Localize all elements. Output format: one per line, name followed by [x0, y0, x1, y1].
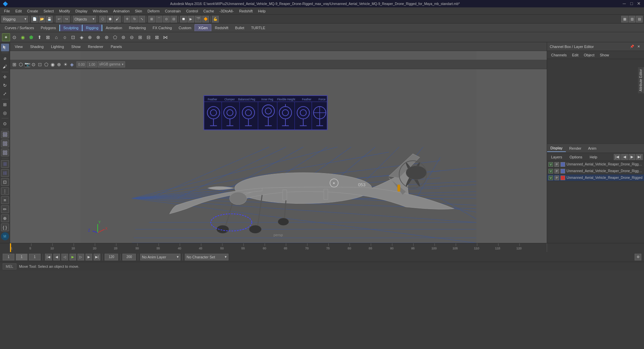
- ipr-render-button[interactable]: ▶: [187, 16, 194, 22]
- icon-btn-wrap[interactable]: ⊞: [136, 33, 144, 41]
- tab-help-layers[interactable]: Help: [587, 154, 600, 160]
- vp-shadow-btn[interactable]: ◈: [69, 61, 75, 67]
- close-button[interactable]: ✕: [637, 1, 641, 6]
- display-tab-anim[interactable]: Anim: [585, 145, 600, 152]
- icon-btn-ik[interactable]: ⋈: [161, 33, 169, 41]
- tab-sculpting[interactable]: Sculpting: [59, 24, 82, 31]
- mode-selector[interactable]: Rigging ▾: [1, 16, 28, 22]
- tab-polygons[interactable]: Polygons: [37, 24, 59, 31]
- layer-row[interactable]: V P Unmanned_Aerial_Vehicle_Reaper_Drone…: [547, 161, 644, 168]
- icon-btn-select[interactable]: ✦: [2, 33, 10, 41]
- snap-grid-button[interactable]: ⊞: [148, 16, 155, 22]
- layer-playback[interactable]: P: [554, 162, 559, 167]
- show-manips[interactable]: ⊙: [1, 120, 9, 128]
- layer-visibility[interactable]: V: [548, 176, 553, 180]
- vp-gamma-selector[interactable]: sRGB gamma ▾: [98, 61, 125, 67]
- tab-rigging[interactable]: Rigging: [82, 24, 102, 31]
- rotate-tool-button[interactable]: ↻: [131, 16, 138, 22]
- vp-light-btn[interactable]: ☀: [62, 61, 68, 67]
- snap-view-button[interactable]: ⊟: [170, 16, 177, 22]
- layout-tool2[interactable]: [1, 140, 9, 147]
- icon-btn-texture[interactable]: ◉: [19, 33, 27, 41]
- lasso-tool[interactable]: ⌀: [1, 54, 9, 62]
- layout-tool3[interactable]: [1, 149, 9, 156]
- icon-btn-deform[interactable]: ⬠: [111, 33, 119, 41]
- snap-curve-button[interactable]: ⌒: [156, 16, 162, 22]
- hypershade-button[interactable]: 🔶: [202, 16, 209, 22]
- muscle-button[interactable]: 💪: [212, 16, 219, 22]
- universal-manip[interactable]: ⊞: [1, 101, 9, 108]
- display-tab-display[interactable]: Display: [547, 145, 566, 152]
- layer-nav-first[interactable]: |◀: [614, 154, 621, 160]
- menu-constrain[interactable]: Constrain: [162, 8, 183, 14]
- paint-select-button[interactable]: 🖌: [114, 16, 121, 22]
- preferences-btn[interactable]: ⚙: [635, 254, 641, 260]
- tab-rendering[interactable]: Rendering: [125, 24, 149, 31]
- layer-row[interactable]: V P Unmanned_Aerial_Vehicle_Reaper_Drone…: [547, 168, 644, 174]
- icon-btn-cluster[interactable]: ⊜: [119, 33, 127, 41]
- maximize-button[interactable]: □: [629, 1, 634, 6]
- icon-btn-soft[interactable]: ⌽: [61, 33, 69, 41]
- blend-shape-btn[interactable]: ⊕: [1, 214, 9, 222]
- tab-fx-caching[interactable]: FX Caching: [149, 24, 175, 31]
- render-settings-button[interactable]: 🔲: [180, 16, 187, 22]
- layer-nav-last[interactable]: ▶|: [636, 154, 643, 160]
- menu-select[interactable]: Select: [41, 8, 57, 14]
- hypergraph-btn[interactable]: ⋮: [1, 187, 9, 195]
- icon-btn-sculpt[interactable]: ⊡: [69, 33, 77, 41]
- vp-snap-btn[interactable]: ⊙: [31, 61, 37, 67]
- vp-smooth-btn[interactable]: ◉: [50, 61, 56, 67]
- tab-bullet[interactable]: Bullet: [232, 24, 248, 31]
- transport-first[interactable]: |◀: [45, 254, 52, 260]
- select-mode-button[interactable]: ⬡: [99, 16, 106, 22]
- menu-edit[interactable]: Edit: [13, 8, 24, 14]
- icon-btn-move[interactable]: ⬆: [36, 33, 44, 41]
- channel-box-btn[interactable]: [1, 160, 9, 168]
- transport-prev-key[interactable]: ◀: [53, 254, 60, 260]
- tab-show[interactable]: Show: [597, 52, 612, 58]
- viewport-canvas[interactable]: ⊞ ⬡ 📷 ⊙ ⊡ ⬠ ◉ ⊕ ☀ ◈ 0.00 1.00 sRGB gamma…: [10, 51, 547, 243]
- vp-menu-lighting[interactable]: Lighting: [49, 44, 66, 49]
- icon-btn-groom[interactable]: ⬟: [27, 33, 35, 41]
- script-mode-indicator[interactable]: MEL: [3, 263, 16, 269]
- menu-file[interactable]: File: [1, 8, 13, 14]
- icon-btn-skin[interactable]: ⊠: [44, 33, 52, 41]
- vp-isolate-btn[interactable]: ⊡: [37, 61, 43, 67]
- tab-curves-surfaces[interactable]: Curves / Surfaces: [1, 24, 37, 31]
- save-scene-button[interactable]: 💾: [46, 16, 53, 22]
- snap-point-button[interactable]: ⊙: [163, 16, 170, 22]
- start-frame-input[interactable]: [3, 254, 14, 260]
- max-frame-input[interactable]: [122, 254, 136, 260]
- vp-texture-btn[interactable]: ⊕: [56, 61, 62, 67]
- menu-display[interactable]: Display: [73, 8, 90, 14]
- paint-tool[interactable]: 🖌: [1, 63, 9, 70]
- icon-btn-artisan[interactable]: ⊗: [94, 33, 102, 41]
- transport-next[interactable]: ▷: [77, 254, 84, 260]
- transport-last[interactable]: ▶|: [94, 254, 101, 260]
- vp-menu-show[interactable]: Show: [69, 44, 83, 49]
- display-tab-render[interactable]: Render: [566, 145, 585, 152]
- objects-selector[interactable]: Objects ▾: [73, 16, 96, 22]
- icon-btn-weights[interactable]: ⊛: [103, 33, 111, 41]
- layer-visibility[interactable]: V: [548, 162, 553, 167]
- new-scene-button[interactable]: 📄: [31, 16, 38, 22]
- layer-playback[interactable]: P: [554, 176, 559, 180]
- layer-visibility[interactable]: V: [548, 169, 553, 173]
- tab-custom[interactable]: Custom: [175, 24, 195, 31]
- vp-wireframe-btn[interactable]: ⬠: [43, 61, 49, 67]
- open-scene-button[interactable]: 📂: [39, 16, 45, 22]
- tab-animation[interactable]: Animation: [102, 24, 125, 31]
- character-set-selector[interactable]: No Character Set ▾: [185, 254, 228, 260]
- vp-menu-shading[interactable]: Shading: [28, 44, 46, 49]
- icon-btn-paint[interactable]: ⊕: [86, 33, 94, 41]
- menu-control[interactable]: Control: [183, 8, 201, 14]
- attribute-editor-tab[interactable]: Attribute Editor: [638, 67, 644, 93]
- menu-skin[interactable]: Skin: [132, 8, 145, 14]
- paint-effects-btn[interactable]: ✏: [1, 205, 9, 213]
- end-frame-input[interactable]: [105, 254, 118, 260]
- right-panel-close[interactable]: ✕: [636, 44, 641, 49]
- minimize-button[interactable]: ─: [622, 1, 627, 6]
- icon-btn-rig[interactable]: ⊠: [153, 33, 161, 41]
- vp-camera-btn[interactable]: 📷: [24, 61, 30, 67]
- redo-button[interactable]: ↪: [63, 16, 70, 22]
